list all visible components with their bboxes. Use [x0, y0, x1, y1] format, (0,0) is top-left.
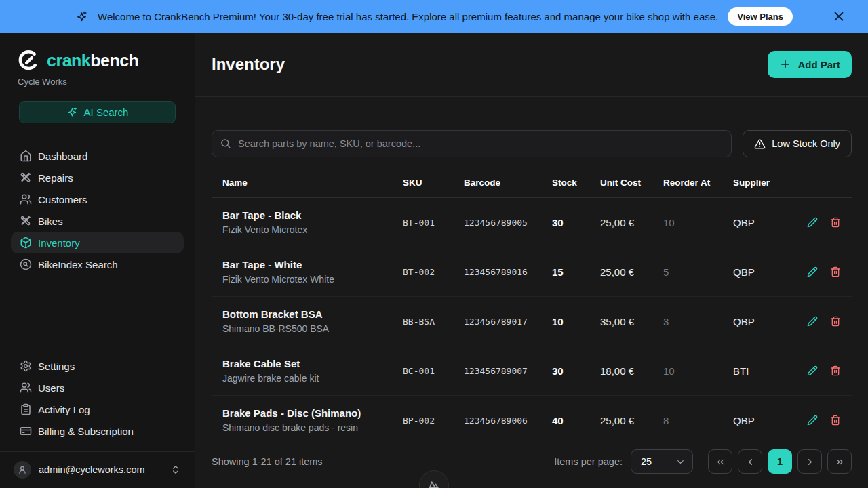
gear-icon — [20, 360, 32, 372]
table-row: Brake Pads - Disc (Shimano) Shimano disc… — [212, 396, 852, 438]
page-header: Inventory Add Part — [195, 33, 868, 97]
sparkles-icon — [66, 106, 78, 118]
delete-button[interactable] — [830, 217, 841, 228]
users-icon — [20, 382, 32, 394]
part-sku: BC-001 — [403, 366, 464, 376]
part-supplier: QBP — [733, 217, 797, 228]
table-row: Bar Tape - Black Fizik Vento Microtex BT… — [212, 198, 852, 247]
avatar — [14, 461, 31, 479]
sidebar-item-bikeindex-search[interactable]: BikeIndex Search — [11, 253, 184, 275]
chevrons-right-icon — [835, 457, 845, 467]
table-row: Bar Tape - White Fizik Vento Microtex Wh… — [212, 247, 852, 297]
prev-page-button[interactable] — [738, 449, 762, 474]
part-barcode: 123456789005 — [464, 218, 552, 228]
part-stock: 30 — [552, 365, 600, 377]
part-description: Shimano disc brake pads - resin — [222, 422, 403, 433]
part-barcode: 123456789006 — [464, 415, 552, 426]
users-icon — [20, 193, 32, 205]
page-number-button[interactable]: 1 — [768, 449, 792, 474]
ai-search-button[interactable]: AI Search — [19, 101, 176, 123]
trash-icon — [830, 316, 841, 327]
showing-count: Showing 1-21 of 21 items — [212, 456, 323, 467]
edit-button[interactable] — [807, 266, 818, 277]
chevrons-up-down-icon — [170, 464, 181, 475]
view-plans-button[interactable]: View Plans — [728, 7, 793, 26]
column-header-unit-cost: Unit Cost — [600, 178, 663, 188]
banner-close-button[interactable] — [831, 8, 848, 24]
home-icon — [20, 150, 32, 162]
last-page-button[interactable] — [827, 449, 852, 474]
first-page-button[interactable] — [708, 449, 732, 474]
part-unit-cost: 18,00 € — [600, 365, 663, 377]
chevron-down-icon — [675, 457, 686, 467]
column-header-supplier: Supplier — [733, 178, 797, 188]
user-menu[interactable]: admin@cycleworks.com — [0, 452, 195, 488]
edit-button[interactable] — [807, 365, 818, 376]
part-reorder-at: 8 — [663, 415, 733, 426]
part-name: Bar Tape - Black — [222, 209, 403, 221]
delete-button[interactable] — [830, 266, 841, 277]
plus-icon — [779, 58, 791, 70]
part-unit-cost: 25,00 € — [600, 415, 663, 426]
edit-button[interactable] — [807, 217, 818, 228]
mountains-icon — [427, 479, 441, 488]
pencil-icon — [807, 266, 818, 277]
close-icon — [831, 9, 848, 24]
part-supplier: QBP — [733, 266, 797, 278]
part-reorder-at: 10 — [663, 217, 733, 228]
warning-triangle-icon — [754, 138, 766, 150]
sidebar-item-bikes[interactable]: Bikes — [11, 210, 184, 232]
part-supplier: QBP — [733, 316, 797, 327]
sidebar-item-billing[interactable]: Billing & Subscription — [11, 420, 184, 442]
pencil-icon — [807, 415, 818, 426]
edit-button[interactable] — [807, 415, 818, 426]
next-page-button[interactable] — [797, 449, 822, 474]
search-input[interactable] — [212, 130, 732, 157]
inventory-content: Low Stock Only Name SKU Barcode Stock Un… — [195, 97, 868, 488]
part-stock: 10 — [552, 316, 600, 327]
part-description: Fizik Vento Microtex — [222, 224, 403, 235]
trash-icon — [830, 415, 841, 426]
secondary-nav: Settings Users Activity Log Billing & Su… — [0, 355, 195, 442]
part-stock: 30 — [552, 217, 600, 228]
clipboard-icon — [20, 403, 32, 415]
chevron-right-icon — [805, 457, 815, 467]
trial-banner: Welcome to CrankBench Premium! Your 30-d… — [0, 0, 868, 33]
tools-icon — [20, 215, 32, 227]
part-supplier: BTI — [733, 365, 797, 377]
part-unit-cost: 35,00 € — [600, 316, 663, 327]
chevrons-left-icon — [715, 457, 726, 467]
part-supplier: QBP — [733, 415, 797, 426]
user-email: admin@cycleworks.com — [39, 464, 163, 475]
sidebar-item-users[interactable]: Users — [11, 377, 184, 399]
items-per-page-select[interactable]: 25 — [631, 449, 693, 474]
column-header-barcode: Barcode — [464, 178, 552, 188]
sidebar-item-settings[interactable]: Settings — [11, 355, 184, 377]
column-header-reorder-at: Reorder At — [663, 178, 733, 188]
sidebar-item-repairs[interactable]: Repairs — [11, 167, 184, 188]
part-unit-cost: 25,00 € — [600, 266, 663, 278]
sidebar-item-dashboard[interactable]: Dashboard — [11, 145, 184, 167]
column-header-name: Name — [222, 178, 403, 188]
edit-button[interactable] — [807, 316, 818, 327]
tools-icon — [20, 171, 32, 184]
sidebar-item-activity-log[interactable]: Activity Log — [11, 399, 184, 420]
part-reorder-at: 3 — [663, 316, 733, 327]
sidebar-item-inventory[interactable]: Inventory — [11, 232, 184, 253]
pencil-icon — [807, 217, 818, 228]
crankbench-logo-icon — [18, 49, 41, 72]
part-description: Fizik Vento Microtex White — [222, 274, 403, 285]
table-footer: Showing 1-21 of 21 items Items per page:… — [212, 438, 852, 488]
part-sku: BB-BSA — [403, 317, 464, 327]
part-reorder-at: 10 — [663, 365, 733, 377]
delete-button[interactable] — [830, 415, 841, 426]
sidebar-item-customers[interactable]: Customers — [11, 188, 184, 210]
part-reorder-at: 5 — [663, 266, 733, 278]
delete-button[interactable] — [830, 365, 841, 376]
delete-button[interactable] — [830, 316, 841, 327]
part-barcode: 123456789016 — [464, 267, 552, 277]
column-header-sku: SKU — [403, 178, 464, 188]
brand: crankbench Cycle Works — [0, 33, 195, 87]
low-stock-filter-button[interactable]: Low Stock Only — [743, 130, 852, 157]
add-part-button[interactable]: Add Part — [768, 51, 852, 78]
